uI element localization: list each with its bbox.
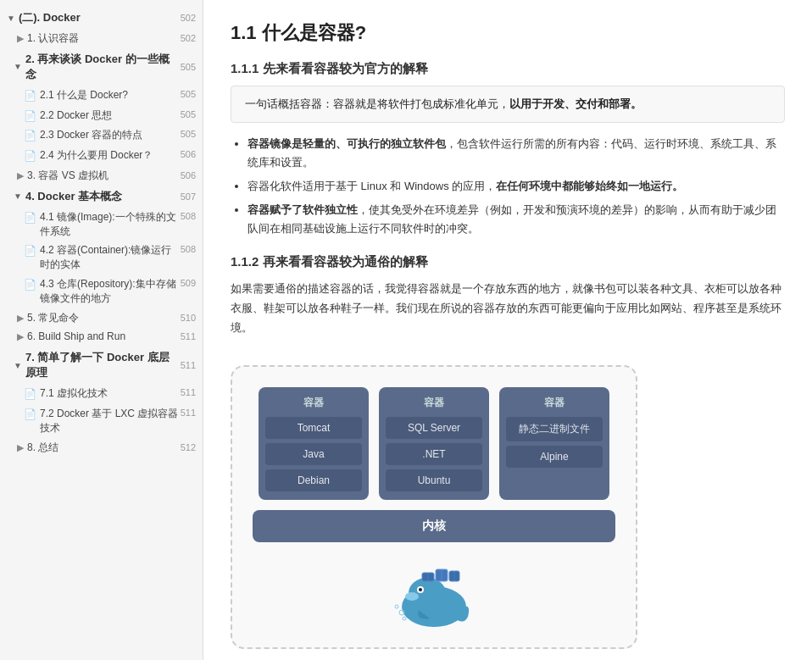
doc-icon-2-1: 📄: [24, 89, 36, 103]
sidebar-item-2-4-label: 2.4 为什么要用 Docker？: [40, 148, 153, 163]
sidebar-item-2-1-page: 505: [181, 88, 196, 101]
svg-point-13: [403, 617, 406, 620]
content-paragraph: 如果需要通俗的描述容器的话，我觉得容器就是一个存放东西的地方，就像书包可以装各种…: [231, 279, 785, 338]
layer-sqlserver: SQL Server: [386, 417, 482, 439]
root-arrow-icon: ▼: [7, 14, 15, 23]
containers-row: 容器 Tomcat Java Debian 容器 SQL Server .NET…: [253, 387, 615, 500]
page-title: 1.1 什么是容器?: [231, 20, 785, 46]
sidebar-item-4-2[interactable]: 📄 4.2 容器(Container):镜像运行时的实体 508: [0, 241, 203, 275]
sidebar-item-1-page: 502: [181, 31, 196, 45]
sidebar-item-5-page: 510: [181, 311, 196, 324]
sidebar-item-2-page: 505: [181, 62, 196, 72]
sidebar-item-4-3-label: 4.3 仓库(Repository):集中存储镜像文件的地方: [40, 277, 181, 306]
summary-box: 一句话概括容器：容器就是将软件打包成标准化单元，以用于开发、交付和部署。: [231, 86, 785, 123]
sidebar-item-8[interactable]: ▶ 8. 总结 512: [0, 438, 203, 458]
doc-icon-4-3: 📄: [24, 278, 36, 292]
layer-alpine: Alpine: [506, 446, 603, 468]
sidebar-item-2-3[interactable]: 📄 2.3 Docker 容器的特点 505: [0, 125, 203, 146]
sidebar-item-3-label: 3. 容器 VS 虚拟机: [27, 169, 177, 183]
sidebar-item-5[interactable]: ▶ 5. 常见命令 510: [0, 308, 203, 328]
sidebar-item-4-1[interactable]: 📄 4.1 镜像(Image):一个特殊的文件系统 508: [0, 208, 203, 241]
layer-java: Java: [265, 443, 362, 465]
sidebar-item-2-1[interactable]: 📄 2.1 什么是 Docker? 505: [0, 86, 203, 106]
sidebar-item-2-2[interactable]: 📄 2.2 Docker 思想 505: [0, 106, 203, 126]
doc-icon-2-3: 📄: [24, 129, 36, 143]
kernel-box: 内核: [253, 510, 615, 542]
doc-icon-4-1: 📄: [24, 211, 36, 225]
doc-icon-4-2: 📄: [24, 244, 36, 258]
sidebar-item-1[interactable]: ▶ 1. 认识容器 502: [0, 29, 203, 48]
layer-tomcat: Tomcat: [265, 417, 362, 439]
sidebar-item-7-1-label: 7.1 虚拟化技术: [40, 386, 108, 401]
main-content: 1.1 什么是容器? 1.1.1 先来看看容器较为官方的解释 一句话概括容器：容…: [203, 0, 812, 660]
sidebar-item-5-label: 5. 常见命令: [27, 311, 177, 325]
sidebar-item-7-2-label: 7.2 Docker 基于 LXC 虚拟容器技术: [40, 407, 181, 435]
kernel-row: 内核: [253, 510, 615, 542]
sidebar: ▼ (二). Docker 502 ▶ 1. 认识容器 502 ▼ 2. 再来谈…: [0, 0, 203, 660]
sidebar-item-4-1-label: 4.1 镜像(Image):一个特殊的文件系统: [40, 210, 181, 239]
summary-text: 一句话概括容器：容器就是将软件打包成标准化单元，以用于开发、交付和部署。: [245, 97, 642, 110]
sidebar-item-2-4[interactable]: 📄 2.4 为什么要用 Docker？ 506: [0, 146, 203, 166]
bullet-item-2: 容器化软件适用于基于 Linux 和 Windows 的应用，在任何环境中都能够…: [247, 177, 785, 196]
doc-icon-7-1: 📄: [24, 387, 36, 402]
sidebar-root-header[interactable]: ▼ (二). Docker 502: [0, 7, 203, 29]
doc-icon-2-4: 📄: [24, 149, 36, 164]
sidebar-item-7-label: 7. 简单了解一下 Docker 底层原理: [25, 350, 181, 380]
sidebar-item-4-3-page: 509: [181, 277, 196, 290]
collapse-icon-8: ▶: [17, 441, 24, 454]
collapse-icon-1: ▶: [17, 32, 24, 45]
sidebar-root-label: (二). Docker: [19, 10, 81, 25]
layer-binary: 静态二进制文件: [506, 417, 603, 441]
sidebar-item-7[interactable]: ▼ 7. 简单了解一下 Docker 底层原理 511: [0, 347, 203, 384]
sidebar-item-6-page: 511: [181, 330, 196, 343]
sidebar-item-6[interactable]: ▶ 6. Build Ship and Run 511: [0, 327, 203, 347]
sidebar-item-7-1[interactable]: 📄 7.1 虚拟化技术 511: [0, 384, 203, 404]
container-box-3: 容器 静态二进制文件 Alpine: [499, 387, 609, 500]
sidebar-item-7-2[interactable]: 📄 7.2 Docker 基于 LXC 虚拟容器技术 511: [0, 404, 203, 438]
svg-point-3: [419, 588, 422, 591]
sidebar-item-2-2-label: 2.2 Docker 思想: [40, 108, 112, 123]
svg-point-4: [405, 592, 419, 601]
docker-diagram: 容器 Tomcat Java Debian 容器 SQL Server .NET…: [231, 365, 637, 649]
sidebar-item-4-3[interactable]: 📄 4.3 仓库(Repository):集中存储镜像文件的地方 509: [0, 275, 203, 308]
expand-icon-2: ▼: [14, 62, 22, 71]
collapse-icon-3: ▶: [17, 169, 24, 182]
sidebar-root-page: 502: [181, 13, 196, 23]
sidebar-item-6-label: 6. Build Ship and Run: [27, 330, 177, 344]
svg-point-12: [395, 605, 398, 608]
sidebar-item-8-label: 8. 总结: [27, 441, 177, 455]
sidebar-item-4-label: 4. Docker 基本概念: [25, 189, 122, 204]
bullet-item-3: 容器赋予了软件独立性，使其免受外在环境差异（例如，开发和预演环境的差异）的影响，…: [247, 201, 785, 238]
sidebar-item-4[interactable]: ▼ 4. Docker 基本概念 507: [0, 186, 203, 208]
sidebar-item-2-3-page: 505: [181, 128, 196, 141]
sidebar-item-2-1-label: 2.1 什么是 Docker?: [40, 88, 128, 103]
container-box-2: 容器 SQL Server .NET Ubuntu: [379, 387, 489, 500]
expand-icon-7: ▼: [14, 361, 22, 370]
layer-dotnet: .NET: [386, 443, 482, 465]
sidebar-item-2-2-page: 505: [181, 108, 196, 121]
sidebar-item-3-page: 506: [181, 169, 196, 182]
sidebar-item-2[interactable]: ▼ 2. 再来谈谈 Docker 的一些概念 505: [0, 48, 203, 86]
expand-icon-4: ▼: [14, 191, 22, 201]
whale-container: [253, 549, 615, 634]
collapse-icon-6: ▶: [17, 330, 24, 343]
layer-debian: Debian: [265, 469, 362, 491]
section1-heading: 1.1.1 先来看看容器较为官方的解释: [231, 61, 785, 77]
container-label-1: 容器: [265, 396, 362, 410]
sidebar-item-1-label: 1. 认识容器: [27, 31, 177, 46]
sidebar-item-3[interactable]: ▶ 3. 容器 VS 虚拟机 506: [0, 166, 203, 186]
container-box-1: 容器 Tomcat Java Debian: [259, 387, 369, 500]
bullet-list: 容器镜像是轻量的、可执行的独立软件包，包含软件运行所需的所有内容：代码、运行时环…: [247, 135, 785, 238]
docker-whale-svg: [383, 549, 485, 634]
layer-ubuntu: Ubuntu: [386, 469, 482, 491]
doc-icon-7-2: 📄: [24, 408, 36, 422]
sidebar-item-4-1-page: 508: [181, 210, 196, 223]
bullet-item-1: 容器镜像是轻量的、可执行的独立软件包，包含软件运行所需的所有内容：代码、运行时环…: [247, 135, 785, 172]
sidebar-item-7-1-page: 511: [181, 386, 196, 399]
container-label-3: 容器: [506, 396, 603, 410]
sidebar-item-4-2-label: 4.2 容器(Container):镜像运行时的实体: [40, 243, 181, 272]
sidebar-item-8-page: 512: [181, 441, 196, 454]
section2-heading: 1.1.2 再来看看容器较为通俗的解释: [231, 254, 785, 270]
container-label-2: 容器: [386, 396, 482, 410]
sidebar-item-4-page: 507: [181, 191, 196, 202]
